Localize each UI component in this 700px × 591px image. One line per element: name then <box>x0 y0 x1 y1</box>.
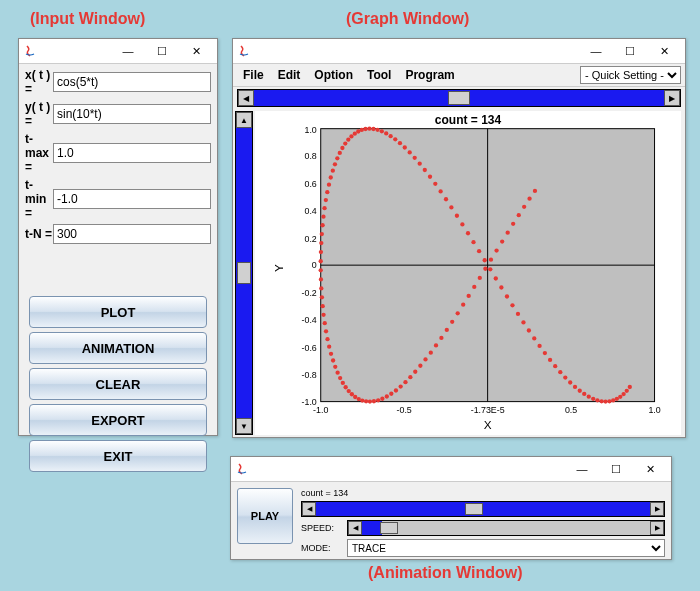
svg-point-12 <box>483 267 487 271</box>
svg-point-46 <box>333 365 337 369</box>
svg-point-129 <box>603 399 607 403</box>
svg-point-92 <box>413 156 417 160</box>
svg-point-99 <box>449 205 453 209</box>
input-titlebar[interactable]: ― ☐ ✕ <box>19 39 217 64</box>
tmax-input[interactable] <box>53 143 211 163</box>
quick-setting-select[interactable]: - Quick Setting - <box>580 66 681 84</box>
svg-point-95 <box>428 175 432 179</box>
svg-point-56 <box>319 286 323 290</box>
scroll-thumb[interactable] <box>448 91 470 105</box>
svg-point-101 <box>460 222 464 226</box>
svg-point-122 <box>573 385 577 389</box>
menu-edit[interactable]: Edit <box>272 66 307 84</box>
menu-program[interactable]: Program <box>399 66 460 84</box>
anim-count-label: count = 134 <box>301 488 665 498</box>
scroll-left-icon[interactable]: ◀ <box>348 521 362 535</box>
yt-input[interactable] <box>53 104 211 124</box>
scroll-left-icon[interactable]: ◀ <box>238 90 254 106</box>
menu-file[interactable]: File <box>237 66 270 84</box>
ytick: 0.2 <box>305 234 317 244</box>
svg-point-120 <box>563 375 567 379</box>
close-button[interactable]: ✕ <box>647 41 681 61</box>
svg-point-67 <box>325 190 329 194</box>
svg-point-32 <box>380 397 384 401</box>
graph-scroll-horizontal-top[interactable]: ◀ ▶ <box>237 89 681 107</box>
scroll-right-icon[interactable]: ▶ <box>650 502 664 516</box>
ytick: -0.8 <box>302 370 317 380</box>
minimize-button[interactable]: ― <box>579 41 613 61</box>
svg-point-115 <box>537 344 541 348</box>
svg-point-30 <box>389 392 393 396</box>
graph-scroll-vertical[interactable]: ▲ ▼ <box>235 111 253 435</box>
svg-point-4 <box>527 197 531 201</box>
svg-point-106 <box>488 267 492 271</box>
svg-point-55 <box>320 295 324 299</box>
mode-select[interactable]: TRACE <box>347 539 665 557</box>
svg-point-33 <box>376 398 380 402</box>
graph-window: ― ☐ ✕ File Edit Option Tool Program - Qu… <box>232 38 686 438</box>
svg-point-14 <box>472 285 476 289</box>
svg-point-105 <box>483 258 487 262</box>
minimize-button[interactable]: ― <box>565 459 599 479</box>
svg-point-118 <box>553 364 557 368</box>
svg-point-58 <box>319 268 323 272</box>
scroll-thumb[interactable] <box>465 503 483 515</box>
count-slider[interactable]: ◀ ▶ <box>301 501 665 517</box>
clear-button[interactable]: CLEAR <box>29 368 207 400</box>
speed-slider[interactable]: ◀ ▶ <box>347 520 665 536</box>
tmin-input[interactable] <box>53 189 211 209</box>
svg-point-81 <box>363 127 367 131</box>
svg-point-61 <box>319 241 323 245</box>
graph-titlebar[interactable]: ― ☐ ✕ <box>233 39 685 64</box>
xtick: -1.0 <box>313 405 328 415</box>
maximize-button[interactable]: ☐ <box>613 41 647 61</box>
anim-titlebar[interactable]: ― ☐ ✕ <box>231 457 671 482</box>
svg-point-108 <box>499 285 503 289</box>
svg-point-47 <box>331 358 335 362</box>
svg-point-103 <box>471 240 475 244</box>
java-icon <box>23 44 37 58</box>
svg-point-66 <box>324 198 328 202</box>
svg-point-36 <box>364 399 368 403</box>
svg-point-13 <box>478 276 482 280</box>
svg-point-98 <box>444 197 448 201</box>
exit-button[interactable]: EXIT <box>29 440 207 472</box>
scroll-up-icon[interactable]: ▲ <box>236 112 252 128</box>
input-window: ― ☐ ✕ x( t ) = y( t ) = t-max = t-min = … <box>18 38 218 436</box>
play-button[interactable]: PLAY <box>237 488 293 544</box>
scroll-thumb[interactable] <box>380 522 398 534</box>
scroll-thumb[interactable] <box>237 262 251 284</box>
svg-point-8 <box>506 230 510 234</box>
ytick: 0.6 <box>305 179 317 189</box>
svg-point-90 <box>403 145 407 149</box>
menu-option[interactable]: Option <box>308 66 359 84</box>
tn-input[interactable] <box>53 224 211 244</box>
close-button[interactable]: ✕ <box>633 459 667 479</box>
animation-button[interactable]: ANIMATION <box>29 332 207 364</box>
minimize-button[interactable]: ― <box>111 41 145 61</box>
maximize-button[interactable]: ☐ <box>599 459 633 479</box>
animation-window: ― ☐ ✕ PLAY count = 134 ◀ ▶ SPEED: ◀ ▶ <box>230 456 672 560</box>
svg-point-110 <box>510 303 514 307</box>
maximize-button[interactable]: ☐ <box>145 41 179 61</box>
scroll-down-icon[interactable]: ▼ <box>236 418 252 434</box>
menu-tool[interactable]: Tool <box>361 66 397 84</box>
animation-window-label: (Animation Window) <box>368 564 523 582</box>
scroll-right-icon[interactable]: ▶ <box>664 90 680 106</box>
close-button[interactable]: ✕ <box>179 41 213 61</box>
plot-svg: 1.0 0.8 0.6 0.4 0.2 0 -0.2 -0.4 -0.6 -0.… <box>255 111 681 435</box>
ytick: -0.4 <box>302 315 317 325</box>
scroll-left-icon[interactable]: ◀ <box>302 502 316 516</box>
svg-point-130 <box>607 399 611 403</box>
svg-point-126 <box>591 397 595 401</box>
java-icon <box>235 462 249 476</box>
svg-point-127 <box>595 398 599 402</box>
export-button[interactable]: EXPORT <box>29 404 207 436</box>
svg-point-22 <box>429 350 433 354</box>
xt-input[interactable] <box>53 72 211 92</box>
plot-button[interactable]: PLOT <box>29 296 207 328</box>
graph-window-label: (Graph Window) <box>346 10 469 28</box>
svg-point-62 <box>320 232 324 236</box>
scroll-right-icon[interactable]: ▶ <box>650 521 664 535</box>
svg-point-121 <box>568 380 572 384</box>
